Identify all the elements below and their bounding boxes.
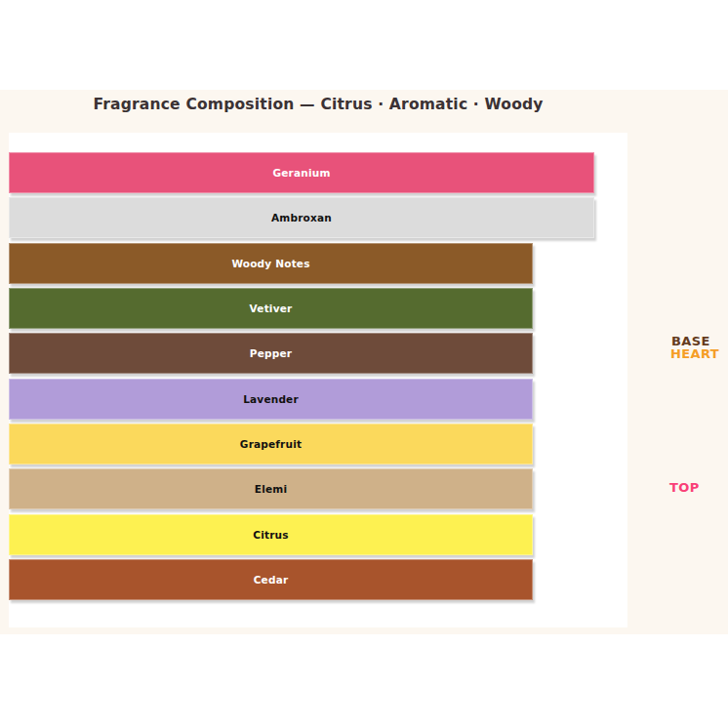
bar-label: Citrus	[253, 529, 288, 541]
group-label-heart: HEART	[670, 346, 719, 361]
bar-label: Lavender	[243, 393, 299, 405]
group-label-top: TOP	[669, 480, 700, 495]
bar-label: Woody Notes	[231, 258, 309, 269]
bar-pepper: Pepper	[9, 333, 533, 374]
bar-woody-notes: Woody Notes	[9, 243, 533, 284]
bar-elemi: Elemi	[9, 468, 533, 509]
bar-cedar: Cedar	[9, 559, 533, 600]
bar-label: Ambroxan	[271, 212, 332, 223]
bar-label: Geranium	[272, 167, 330, 179]
bar-geranium: Geranium	[9, 152, 594, 193]
bar-citrus: Citrus	[9, 514, 533, 555]
bar-lavender: Lavender	[9, 379, 533, 420]
bar-grapefruit: Grapefruit	[9, 424, 533, 465]
bar-vetiver: Vetiver	[9, 288, 533, 329]
bar-label: Cedar	[254, 574, 289, 586]
chart-title: Fragrance Composition — Citrus · Aromati…	[9, 96, 627, 113]
bar-ambroxan: Ambroxan	[9, 197, 594, 238]
figure-canvas: Fragrance Composition — Citrus · Aromati…	[0, 90, 728, 634]
bar-label: Pepper	[250, 347, 292, 359]
bar-label: Grapefruit	[240, 438, 302, 450]
bar-label: Vetiver	[250, 303, 293, 314]
plot-area: GeraniumAmbroxanWoody NotesVetiverPepper…	[9, 133, 627, 627]
bar-label: Elemi	[255, 483, 287, 495]
